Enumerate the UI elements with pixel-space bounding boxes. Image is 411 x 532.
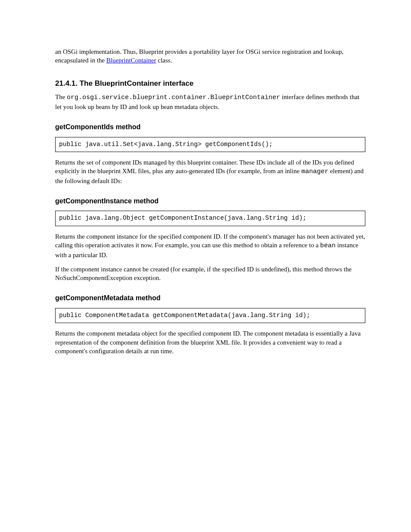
desc-getcomponentids-code: manager <box>301 168 328 175</box>
desc-getcomponentinstance-code: bean <box>320 242 336 249</box>
method-heading-getcomponentids: getComponentIds method <box>55 122 365 132</box>
method-heading-getcomponentmetadata: getComponentMetadata method <box>55 293 365 303</box>
intro-paragraph: an OSGi implementation. Thus, Blueprint … <box>55 47 365 65</box>
intro-text-post: class. <box>158 57 172 64</box>
blueprint-container-link[interactable]: BlueprintContainer <box>106 57 156 64</box>
section-heading: 21.4.1. The BlueprintContainer interface <box>55 79 365 89</box>
method-heading-getcomponentinstance: getComponentInstance method <box>55 196 365 206</box>
desc-getcomponentinstance-pre: Returns the component instance for the s… <box>55 233 365 249</box>
signature-getcomponentmetadata: public ComponentMetadata getComponentMet… <box>55 308 365 324</box>
intro-text-pre: an OSGi implementation. Thus, Blueprint … <box>55 48 343 64</box>
section-intro-pre: The <box>55 93 67 100</box>
desc-getcomponentids: Returns the set of component IDs managed… <box>55 158 365 185</box>
desc2-getcomponentinstance: If the component instance cannot be crea… <box>55 265 365 283</box>
section-intro-code: org.osgi.service.blueprint.container.Blu… <box>67 94 280 101</box>
signature-getcomponentids: public java.util.Set<java.lang.String> g… <box>55 137 365 152</box>
desc-getcomponentinstance: Returns the component instance for the s… <box>55 232 365 259</box>
desc-getcomponentmetadata: Returns the component metadata object fo… <box>55 329 365 355</box>
section-intro-paragraph: The org.osgi.service.blueprint.container… <box>55 93 365 111</box>
signature-getcomponentinstance: public java.lang.Object getComponentInst… <box>55 211 365 226</box>
